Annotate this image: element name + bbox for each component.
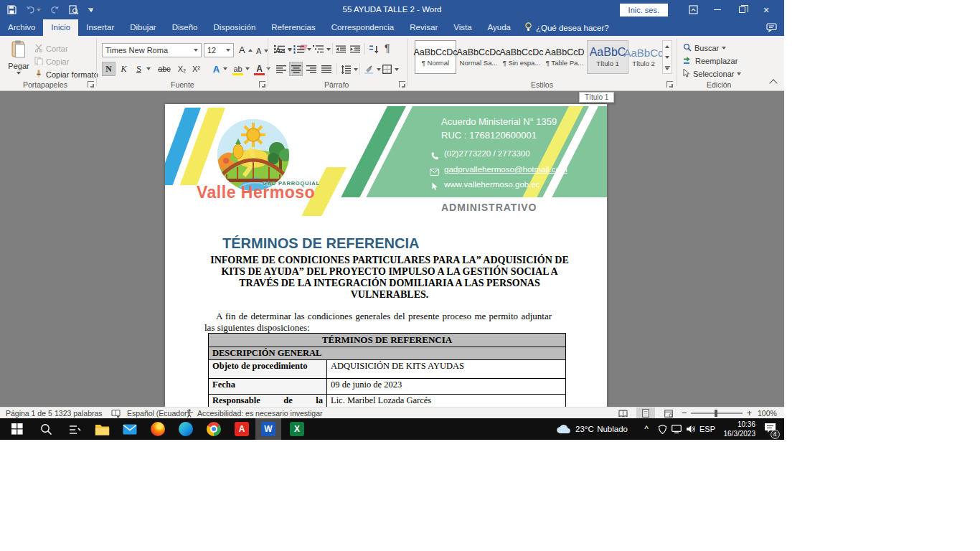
sort-button[interactable] [369, 43, 379, 55]
page-indicator[interactable]: Página 1 de 5 [6, 408, 52, 419]
paste-button[interactable]: Pegar [6, 40, 32, 80]
strikethrough-button[interactable]: abc [155, 62, 174, 76]
security-shield-icon[interactable] [656, 418, 669, 440]
styles-more-icon[interactable] [663, 62, 672, 73]
tab-inicio[interactable]: Inicio [43, 19, 78, 36]
borders-button[interactable] [382, 63, 399, 75]
bold-button[interactable]: N [102, 62, 116, 76]
style-table-paragraph[interactable]: AaBbCcD ¶ Table Pa... [544, 40, 585, 74]
styles-scroll-down-icon[interactable] [663, 52, 672, 62]
format-painter-button[interactable]: Copiar formato [34, 68, 98, 80]
zoom-level[interactable]: 100% [758, 408, 777, 419]
print-layout-button[interactable] [636, 408, 655, 419]
font-name-combo[interactable]: Times New Roma [102, 43, 202, 57]
replace-button[interactable]: Reemplazar [683, 55, 738, 67]
task-list-icon[interactable] [62, 418, 88, 440]
weather-icon[interactable] [555, 418, 573, 440]
close-button[interactable]: × [754, 0, 778, 19]
minimize-button[interactable] [705, 0, 730, 19]
tab-revisar[interactable]: Revisar [402, 19, 446, 36]
tab-vista[interactable]: Vista [446, 19, 479, 36]
shrink-font-button[interactable]: A [256, 44, 268, 57]
highlight-button[interactable]: ab [231, 62, 245, 76]
tab-referencias[interactable]: Referencias [263, 19, 323, 36]
show-marks-button[interactable]: ¶ [385, 42, 390, 54]
paragraph-dialog-launcher-icon[interactable] [399, 81, 405, 88]
increase-indent-button[interactable] [350, 43, 360, 55]
shading-button[interactable] [364, 63, 381, 75]
tab-archivo[interactable]: Archivo [0, 19, 43, 36]
document-page[interactable]: GAD PARROQUIAL Valle Hermoso Acuerdo Min… [165, 104, 607, 407]
align-center-button[interactable] [289, 62, 303, 76]
tell-me-box[interactable]: ¿Qué desea hacer? [519, 19, 615, 36]
multilevel-list-button[interactable] [313, 43, 331, 55]
superscript-button[interactable]: X² [189, 62, 203, 76]
styles-scroll-up-icon[interactable] [663, 41, 672, 52]
file-explorer-icon[interactable] [89, 418, 115, 440]
styles-dialog-launcher-icon[interactable] [666, 81, 673, 88]
tab-ayuda[interactable]: Ayuda [480, 19, 519, 36]
firefox-icon[interactable] [145, 418, 171, 440]
select-button[interactable]: Seleccionar [683, 67, 741, 80]
search-icon[interactable] [33, 418, 59, 440]
zoom-slider-thumb[interactable] [715, 410, 717, 417]
tab-dibujar[interactable]: Dibujar [122, 19, 164, 36]
start-button[interactable] [4, 418, 30, 440]
ribbon-display-options-icon[interactable] [681, 0, 705, 19]
styles-scrollbar[interactable] [662, 40, 672, 74]
clock[interactable]: 10:36 16/3/2023 [714, 420, 755, 438]
read-mode-button[interactable] [613, 408, 632, 419]
underline-dropdown-icon[interactable] [146, 67, 151, 70]
tab-diseno[interactable]: Diseño [164, 19, 206, 36]
style-normal[interactable]: AaBbCcDc ¶ Normal [415, 40, 456, 74]
highlight-dropdown-icon[interactable] [245, 67, 250, 70]
zoom-out-button[interactable]: − [682, 408, 687, 419]
align-right-button[interactable] [304, 62, 318, 76]
text-effects-dropdown-icon[interactable] [223, 67, 227, 70]
style-titulo-2[interactable]: AaBbCc Título 2 [626, 40, 661, 74]
edge-icon[interactable] [173, 418, 199, 440]
tab-correspondencia[interactable]: Correspondencia [324, 19, 402, 36]
tab-disposicion[interactable]: Disposición [205, 19, 263, 36]
word-icon[interactable]: W [255, 418, 281, 440]
chrome-icon[interactable] [201, 418, 227, 440]
web-layout-button[interactable] [659, 408, 678, 419]
tray-expand-icon[interactable]: ^ [641, 418, 652, 440]
zoom-in-button[interactable]: + [747, 408, 752, 419]
grow-font-button[interactable]: A [239, 44, 253, 56]
collapse-ribbon-icon[interactable] [769, 79, 777, 87]
underline-button[interactable]: S [132, 62, 146, 76]
acrobat-icon[interactable]: A [229, 418, 255, 440]
font-color-button[interactable]: A [253, 62, 266, 76]
justify-button[interactable] [319, 62, 333, 76]
align-left-button[interactable] [274, 62, 288, 76]
decrease-indent-button[interactable] [336, 43, 346, 55]
font-dialog-launcher-icon[interactable] [259, 81, 265, 88]
font-size-combo[interactable]: 12 [204, 43, 234, 57]
style-normal-sa[interactable]: AaBbCcDc Normal Sa... [458, 40, 499, 74]
mail-icon[interactable] [117, 418, 143, 440]
subscript-button[interactable]: X₂ [175, 62, 189, 76]
accessibility-status[interactable]: Accesibilidad: es necesario investigar [197, 408, 323, 419]
bullets-button[interactable] [274, 43, 292, 55]
notification-center-icon[interactable]: 4 [760, 418, 779, 440]
line-spacing-button[interactable] [341, 63, 358, 75]
network-icon[interactable] [669, 418, 684, 440]
volume-icon[interactable] [684, 418, 698, 440]
style-sin-espaciado[interactable]: AaBbCcDc ¶ Sin espa... [501, 40, 542, 74]
numbering-button[interactable] [293, 43, 311, 55]
restore-button[interactable] [730, 0, 754, 19]
weather-label[interactable]: 23°C Nublado [575, 418, 628, 440]
sign-in-button[interactable]: Inic. ses. [620, 4, 668, 17]
font-color-dropdown-icon[interactable] [266, 67, 270, 70]
word-count[interactable]: 1323 palabras [55, 408, 103, 419]
feedback-icon[interactable] [766, 19, 777, 36]
clipboard-dialog-launcher-icon[interactable] [88, 81, 94, 88]
excel-icon[interactable]: X [284, 418, 310, 440]
style-titulo-1[interactable]: AaBbC Título 1 [587, 40, 628, 74]
language-indicator[interactable]: Español (Ecuador) [127, 408, 189, 419]
italic-button[interactable]: K [117, 62, 131, 76]
text-effects-button[interactable]: A [209, 62, 223, 76]
tab-insertar[interactable]: Insertar [78, 19, 122, 36]
find-button[interactable]: Buscar [683, 42, 726, 54]
